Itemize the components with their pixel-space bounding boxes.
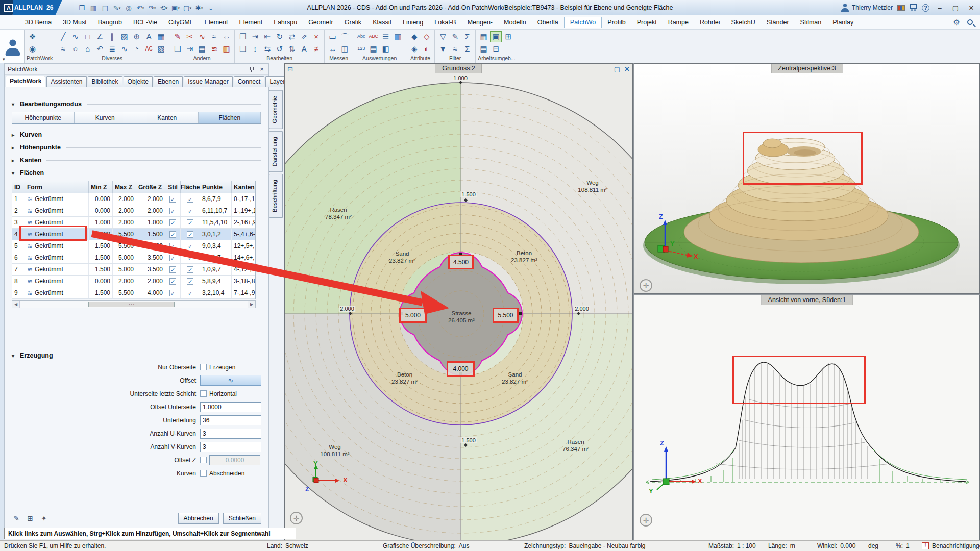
status-angle[interactable]: Winkel:0.000 [817, 541, 855, 551]
search-icon[interactable] [967, 19, 973, 25]
polygon-icon[interactable]: ⌂ [82, 43, 93, 55]
user-account[interactable]: Thierry Metzler [840, 3, 893, 12]
menu-item[interactable]: Stilman [795, 17, 827, 28]
patchwork-surfaces-icon[interactable]: ❖ [27, 31, 38, 42]
stil-checkbox[interactable]: ✓ [169, 255, 176, 261]
stil-checkbox[interactable]: ✓ [169, 231, 176, 238]
maximize-button[interactable]: ▢ [950, 4, 961, 12]
menu-item[interactable]: Fahrspu [268, 17, 303, 28]
viewport-front[interactable]: Ansicht von vorne, Süden:1 Z X Y ✛ [634, 295, 980, 541]
delete-part-icon[interactable]: ≠ [310, 43, 322, 55]
anzahl-v-kurven-input[interactable] [200, 442, 261, 452]
offset-unterseite-input[interactable] [200, 402, 261, 412]
menu-item[interactable]: Planlay [827, 17, 859, 28]
section-erzeugung[interactable]: ▾Erzeugung [12, 352, 261, 359]
edit-pencil-icon[interactable]: ✎ [12, 514, 21, 522]
table-row[interactable]: 9 ≋Gekrümmt 1.500 5.500 4.000 ✓ ✓ 3,2,10… [12, 287, 255, 299]
list-icon[interactable]: ☰ [380, 31, 391, 42]
mode-button[interactable]: Kanten [136, 112, 199, 123]
portfolio-icon[interactable]: ❐ [77, 3, 87, 13]
scroll-left-icon[interactable]: ◀ [12, 301, 19, 308]
viewport-close-icon[interactable]: ✕ [624, 65, 630, 73]
table-row[interactable]: 8 ≋Gekrümmt 0.000 2.000 2.000 ✓ ✓ 5,8,9,… [12, 276, 255, 287]
copy-icon[interactable]: ❐ [237, 31, 249, 42]
measure-arc-icon[interactable]: ⌒ [339, 31, 351, 42]
redo-icon[interactable]: ↷ [147, 3, 157, 13]
viewport-grundriss[interactable]: ⊡ Grundriss:2 ▢✕ Rasen78.347 m² Sand23.8… [284, 63, 633, 541]
menu-item[interactable]: Profilb [602, 17, 631, 28]
stil-checkbox[interactable]: ✓ [169, 196, 176, 203]
section-kanten[interactable]: ▸Kanten [12, 157, 261, 164]
section-bearbeitungsmodus[interactable]: ▾Bearbeitungsmodus [12, 101, 261, 108]
align-icon[interactable]: ⇆ [261, 43, 273, 55]
navigation-compass-icon[interactable]: ✛ [640, 514, 652, 527]
viewport-title[interactable]: Grundriss:2 [435, 64, 482, 73]
table-row[interactable]: 7 ≋Gekrümmt 1.500 5.000 3.500 ✓ ✓ 1,0,9,… [12, 264, 255, 276]
mirror-icon[interactable]: ⇄ [286, 31, 298, 42]
delete-icon[interactable]: × [310, 31, 322, 42]
tools-icon[interactable]: ✱ [194, 3, 204, 13]
parallel-lines-icon[interactable]: ∥ [106, 31, 118, 42]
stil-checkbox[interactable]: ✓ [169, 278, 176, 285]
flaeche-checkbox[interactable]: ✓ [187, 290, 193, 296]
filter-edit-icon[interactable]: ✎ [449, 31, 461, 42]
flaeche-checkbox[interactable]: ✓ [187, 243, 193, 249]
menu-item[interactable]: Element [199, 17, 234, 28]
palette-tab[interactable]: Connect [234, 76, 265, 87]
tag-remove-icon[interactable]: ◇ [421, 31, 432, 42]
side-tab[interactable]: Geometrie [269, 90, 283, 129]
grid-icon[interactable]: ▦ [88, 3, 99, 13]
horizontal-checkbox[interactable] [200, 390, 207, 397]
menu-item[interactable]: Klassif [367, 17, 397, 28]
table-row[interactable]: 5 ≋Gekrümmt 1.500 5.500 4.000 ✓ ✓ 9,0,3,… [12, 240, 255, 252]
stil-checkbox[interactable]: ✓ [169, 290, 176, 296]
pie-icon[interactable]: ◔ [131, 43, 142, 55]
angle-icon[interactable]: ∠ [94, 31, 106, 42]
offset-button[interactable]: ∿ [200, 375, 261, 386]
filter-icon[interactable]: ▽ [437, 31, 449, 42]
legend-icon[interactable]: ▤ [368, 43, 379, 55]
menu-item[interactable]: Modelln [498, 17, 532, 28]
table-row[interactable]: 6 ≋Gekrümmt 1.500 5.000 3.500 ✓ ✓ 8,2,1,… [12, 252, 255, 264]
stil-checkbox[interactable]: ✓ [169, 266, 176, 273]
find-document-icon[interactable]: ◎ [124, 3, 134, 13]
spline-icon[interactable]: ∿ [69, 31, 81, 42]
display-icon[interactable]: ▣ [170, 3, 181, 13]
patchwork-paragraph-icon[interactable]: ◉ [27, 43, 38, 55]
menu-item[interactable]: 3D Bema [19, 17, 57, 28]
viewport-title[interactable]: Zentralperspektive:3 [771, 64, 842, 73]
menu-item[interactable]: Baugrub [92, 17, 128, 28]
side-tab[interactable]: Darstellung [269, 131, 283, 172]
menu-item[interactable]: Element [233, 17, 268, 28]
menu-item[interactable]: Ständer [761, 17, 795, 28]
status-drawing-type[interactable]: Zeichnungstyp:Baueingabe - Neubau farbig [524, 541, 646, 551]
menu-item[interactable]: Projekt [631, 17, 663, 28]
flaeche-checkbox[interactable]: ✓ [187, 278, 193, 285]
layout-icon[interactable]: ◧ [380, 43, 391, 55]
filter-wave-icon[interactable]: ≈ [449, 43, 461, 55]
menu-item[interactable]: Oberflä [532, 17, 564, 28]
save-icon[interactable]: ▤ [100, 3, 110, 13]
more-icon[interactable]: ⌄ [206, 3, 216, 13]
flaeche-checkbox[interactable]: ✓ [187, 255, 193, 261]
measure-area-icon[interactable]: ◫ [339, 43, 351, 55]
modify-curve-icon[interactable]: ∿ [196, 31, 208, 42]
polyline-icon[interactable]: ≈ [57, 43, 69, 55]
language-flag-icon[interactable] [897, 5, 905, 11]
scroll-thumb[interactable] [88, 302, 175, 307]
menu-item[interactable]: Grafik [339, 17, 367, 28]
menu-item[interactable]: BCF-Vie [128, 17, 163, 28]
unterteilung-input[interactable] [200, 415, 261, 425]
refresh-icon[interactable]: ⟲ [159, 3, 169, 13]
viewport-title[interactable]: Ansicht von vorne, Süden:1 [762, 295, 853, 305]
palette-tab[interactable]: Objekte [124, 76, 153, 87]
text-icon[interactable]: A [143, 31, 155, 42]
edit-document-icon[interactable]: ✎ [112, 3, 122, 13]
edit-sheet-icon[interactable]: ▤ [196, 43, 208, 55]
flaeche-checkbox[interactable]: ✓ [187, 266, 193, 273]
workspace-list-icon[interactable]: ▤ [478, 43, 489, 55]
status-percent[interactable]: %:1 [896, 541, 910, 551]
stil-checkbox[interactable]: ✓ [169, 219, 176, 226]
close-button[interactable]: ✕ [966, 4, 977, 12]
menu-item[interactable]: Lokal-B [429, 17, 461, 28]
